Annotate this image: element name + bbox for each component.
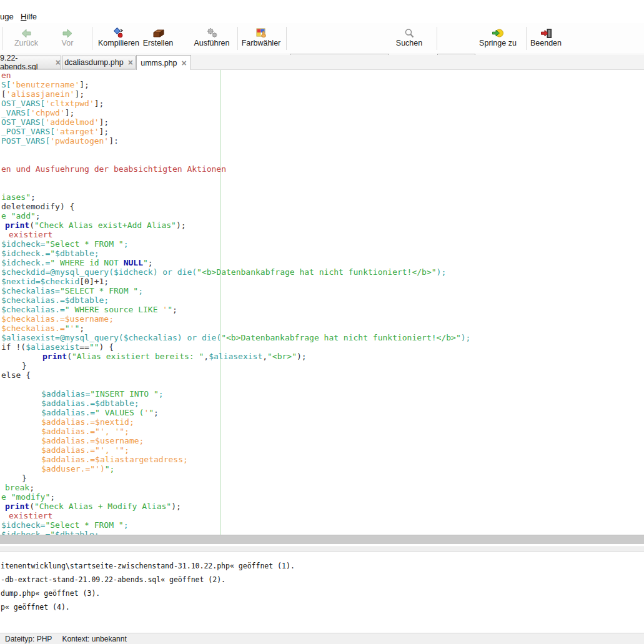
- code-line: OST_VARS['adddelmod'];: [1, 117, 109, 127]
- message-line: p« geöffnet (4).: [1, 603, 70, 612]
- build-brick-icon: [151, 25, 165, 39]
- code-line: $addalias.=$dbtable;: [41, 399, 139, 408]
- code-line: _POST_VARS['atarget'];: [1, 127, 109, 136]
- horizontal-scrollbar[interactable]: [0, 535, 644, 544]
- code-line: $idcheck.="$dbtable;: [1, 530, 99, 535]
- code-editor[interactable]: enS['benutzername'];['alisasjanein'];OST…: [0, 70, 644, 535]
- back-button[interactable]: Zurück: [7, 25, 45, 47]
- code-line: $addalias.=$username;: [41, 436, 144, 445]
- code-line: OST_VARS['cltxtpwd'];: [1, 99, 104, 108]
- code-line: $idcheck="Select * FROM ";: [1, 239, 129, 249]
- compile-button[interactable]: Kompilieren: [97, 25, 141, 47]
- menu-item-hilfe[interactable]: Hilfe: [21, 12, 37, 21]
- tab-close-icon[interactable]: ×: [182, 59, 187, 67]
- code-line: $addalias.="', '";: [41, 427, 129, 436]
- code-line: else {: [1, 370, 31, 380]
- message-line: itenentwicklung\startseite-zwischenstand…: [1, 562, 295, 570]
- code-line: $idcheck.=" WHERE id NOT NULL";: [1, 258, 153, 267]
- toolbar-separator: [2, 27, 2, 50]
- tab-close-icon[interactable]: ×: [56, 58, 61, 67]
- tab-9.22-abends.sql[interactable]: 9.22-abends.sql×: [0, 56, 61, 69]
- back-label: Zurück: [14, 39, 38, 47]
- code-line: print("Check Alias exist+Add Alias");: [5, 220, 186, 230]
- colorpicker-label: Farbwähler: [242, 39, 281, 47]
- code-line: POST_VARS['pwdautogen']:: [1, 136, 119, 146]
- code-line: $addalias="INSERT INTO ";: [41, 389, 164, 399]
- compile-label: Kompilieren: [98, 39, 139, 47]
- code-line: e "add";: [1, 211, 41, 220]
- colorpicker-icon: [255, 25, 267, 39]
- code-line: existiert: [9, 230, 52, 239]
- forward-label: Vor: [62, 39, 74, 47]
- code-line: en und Ausfuehrung der beabsichtigten Ak…: [1, 164, 226, 174]
- search-label: Suchen: [396, 39, 422, 47]
- code-line: print("Check Alias + Modify Alias");: [5, 502, 181, 511]
- status-context: Kontext: unbekannt: [62, 635, 126, 643]
- tab-dcaliasdump.php[interactable]: dcaliasdump.php×: [62, 56, 136, 69]
- menu-item-werkzeuge-partial[interactable]: uge: [0, 12, 14, 21]
- code-line: $idcheck.="$dbtable;: [1, 249, 99, 258]
- code-line: $checkalias.="'";: [1, 324, 84, 333]
- quit-label: Beenden: [530, 39, 562, 47]
- toolbar-separator: [237, 27, 238, 50]
- menu-bar: uge Hilfe: [0, 0, 644, 23]
- quit-button[interactable]: Beenden: [530, 25, 562, 47]
- code-line: $checkalias.=$dbtable;: [1, 295, 109, 305]
- code-line: print("Alias existiert bereits: ",$alias…: [42, 352, 307, 361]
- run-button[interactable]: Ausführen: [194, 25, 230, 47]
- panel-splitter[interactable]: [0, 547, 644, 552]
- code-line: _VARS['chpwd'];: [1, 108, 74, 117]
- toolbar-separator: [286, 27, 287, 50]
- ide-window: uge Hilfe Zurück Vor: [0, 0, 644, 644]
- code-line: en: [1, 71, 11, 80]
- goto-button[interactable]: Springe zu: [478, 25, 517, 47]
- run-label: Ausführen: [194, 39, 230, 47]
- code-line: deletemodify) {: [1, 202, 74, 211]
- right-margin-line: [220, 70, 220, 535]
- back-icon: [21, 25, 32, 39]
- forward-button[interactable]: Vor: [49, 25, 86, 47]
- tab-strip: 9.22-abends.sql×dcaliasdump.php×umms.php…: [0, 55, 644, 70]
- status-bar: Dateityp: PHP Kontext: unbekannt: [0, 633, 644, 644]
- code-line: S['benutzername'];: [1, 80, 89, 89]
- code-line: $checkalias.=" WHERE source LIKE '";: [1, 305, 177, 314]
- code-line: break;: [5, 483, 34, 492]
- code-line: $checkalias.=$username;: [1, 314, 114, 324]
- toolbar-separator: [437, 27, 437, 50]
- code-line: iases";: [1, 192, 36, 202]
- menu-hilfe-rest: ilfe: [26, 12, 37, 21]
- message-line: dump.php« geöffnet (3).: [1, 589, 100, 598]
- code-line: $addalias.=$nextid;: [41, 417, 134, 427]
- colorpicker-button[interactable]: Farbwähler: [242, 25, 280, 47]
- tab-label: dcaliasdump.php: [64, 58, 124, 67]
- goto-icon: [492, 25, 504, 39]
- code-line: if !($aliasexist=="") {: [1, 342, 114, 352]
- code-line: existiert: [9, 511, 52, 520]
- build-button[interactable]: Erstellen: [141, 25, 175, 47]
- code-line: e "modify";: [1, 492, 55, 502]
- code-line: $aliasexist=@mysql_query($checkalias) or…: [1, 333, 470, 342]
- tab-umms.php[interactable]: umms.php×: [136, 55, 191, 70]
- code-line: $checkalias="SELECT * FROM ";: [1, 286, 143, 295]
- menu-hilfe-accel: H: [21, 12, 26, 21]
- build-label: Erstellen: [143, 39, 174, 47]
- compile-icon: [113, 25, 124, 39]
- search-icon: [404, 25, 415, 39]
- status-filetype: Dateityp: PHP: [5, 635, 52, 643]
- quit-icon: [540, 25, 552, 39]
- tab-label: 9.22-abends.sql: [0, 54, 51, 71]
- message-line: -db-extract-stand-21.09.22-abends.sql« g…: [1, 575, 225, 584]
- code-line: $idcheck="Select * FROM ";: [1, 520, 129, 530]
- toolbar-separator: [92, 27, 92, 50]
- tab-close-icon[interactable]: ×: [128, 58, 133, 67]
- code-line: $addalias.=$aliastargetadress;: [41, 455, 188, 464]
- search-button[interactable]: Suchen: [394, 25, 425, 47]
- code-line: }: [22, 473, 27, 483]
- code-line: $nextid=$checkid[0]+1;: [1, 277, 109, 286]
- code-line: $addalias.=" VALUES ('";: [41, 408, 159, 417]
- tab-label: umms.php: [141, 59, 177, 67]
- code-line: $addalias.="', '";: [41, 445, 129, 455]
- code-line: ['alisasjanein'];: [1, 89, 84, 99]
- forward-icon: [62, 25, 73, 39]
- code-line: $adduser.="')";: [41, 464, 114, 473]
